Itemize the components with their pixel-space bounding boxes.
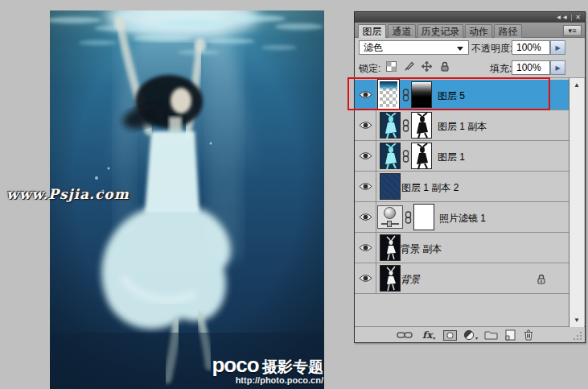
layer-name: 图层 1 副本 — [438, 120, 487, 134]
layer-thumbnail[interactable] — [380, 143, 401, 169]
mask-link-icon[interactable] — [402, 119, 409, 135]
blend-mode-value: 滤色 — [364, 42, 383, 53]
add-layer-mask-icon[interactable] — [443, 329, 457, 341]
lock-position-move-icon[interactable] — [421, 60, 433, 72]
layer-name: 图层 1 — [438, 151, 465, 164]
lock-transparency-icon[interactable] — [385, 60, 397, 72]
layer-row-background[interactable]: 背景 — [355, 263, 569, 294]
fill-label: 填充: — [490, 62, 512, 76]
layer-thumbnail[interactable] — [380, 265, 401, 292]
layers-panel: ◄◄ ✕ 图层 通道 历史记录 动作 路径 ▾≡ 滤色 不透明度: 100% ▶… — [354, 11, 586, 343]
layers-panel-toolbar: fx▾ ▾ — [355, 327, 585, 342]
watermark-text: www.Psjia.com — [6, 186, 130, 202]
new-group-folder-icon[interactable] — [484, 329, 498, 341]
blend-mode-select[interactable]: 滤色 — [359, 40, 469, 55]
layer-thumbnail[interactable] — [380, 112, 401, 139]
layer-name: 照片滤镜 1 — [439, 212, 486, 226]
opacity-input[interactable]: 100% — [512, 40, 550, 55]
scroll-down-icon[interactable]: ▼ — [569, 314, 584, 326]
link-layers-icon[interactable] — [397, 329, 413, 341]
fill-input[interactable]: 100% — [512, 60, 550, 75]
tab-channels[interactable]: 通道 — [388, 24, 416, 38]
layer-row-photo-filter[interactable]: 照片滤镜 1 — [355, 202, 569, 233]
slider-handle — [387, 221, 392, 227]
lock-pixels-brush-icon[interactable] — [403, 60, 415, 72]
layer-thumbnail[interactable] — [380, 173, 401, 200]
photo-filter-lens-icon — [384, 207, 396, 219]
panel-menu-icon[interactable]: ▾≡ — [563, 25, 582, 36]
visibility-eye-icon[interactable] — [355, 110, 376, 140]
tab-history[interactable]: 历史记录 — [417, 24, 463, 38]
visibility-eye-icon[interactable] — [355, 233, 376, 263]
layer-name: 背景 — [401, 273, 420, 287]
lock-row: 锁定: 填充: 100% ▶ — [355, 57, 585, 78]
layer-thumbnail[interactable] — [380, 234, 401, 261]
layer-row-layer5[interactable]: 图层 5 — [355, 80, 569, 110]
opacity-spinner-icon[interactable]: ▶ — [550, 40, 565, 55]
visibility-eye-icon[interactable] — [355, 80, 376, 110]
layer-row-layer1[interactable]: 图层 1 — [355, 141, 569, 172]
fill-spinner-icon[interactable]: ▶ — [550, 60, 565, 75]
tab-actions[interactable]: 动作 — [465, 24, 492, 38]
layer-style-fx-icon[interactable]: fx▾ — [422, 329, 435, 341]
layer-name: 图层 5 — [438, 89, 465, 103]
layer-name: 背景 副本 — [401, 242, 442, 256]
lock-all-icon[interactable] — [438, 60, 450, 72]
close-panel-icon[interactable]: ✕ — [575, 14, 581, 21]
thumbnail-blue-gradient — [380, 81, 397, 90]
poco-logo-suffix: 摄影专题 — [262, 358, 323, 375]
new-adjustment-layer-icon[interactable]: ▾ — [463, 329, 478, 341]
adjustment-layer-icon[interactable] — [377, 205, 403, 229]
layer-row-layer1-copy[interactable]: 图层 1 副本 — [355, 110, 569, 141]
layer-row-layer1-copy2[interactable]: 图层 1 副本 2 — [355, 172, 569, 202]
layer-mask-thumbnail[interactable] — [413, 204, 434, 230]
workspace: www.Psjia.com poco 摄影专题 http://photo.poc… — [0, 0, 588, 389]
layer-thumbnail[interactable] — [378, 80, 399, 109]
layer-mask-thumbnail[interactable] — [411, 112, 432, 139]
layer-name: 图层 1 副本 2 — [401, 181, 458, 195]
tab-layers[interactable]: 图层 — [358, 24, 386, 38]
visibility-eye-icon[interactable] — [355, 141, 376, 171]
delete-layer-trash-icon[interactable] — [524, 329, 533, 341]
panel-resize-grip[interactable] — [573, 329, 582, 344]
layer-lock-icon — [537, 273, 546, 288]
photo-credit-url: http://photo.poco.cn/ — [193, 376, 323, 385]
chevron-down-icon — [457, 47, 463, 51]
photo-credit: poco 摄影专题 http://photo.poco.cn/ — [193, 354, 323, 385]
collapse-panel-icon[interactable]: ◄◄ — [555, 14, 568, 21]
blend-mode-row: 滤色 不透明度: 100% ▶ — [355, 38, 585, 57]
panel-tab-bar: 图层 通道 历史记录 动作 路径 ▾≡ — [355, 23, 585, 38]
layer-mask-thumbnail[interactable] — [411, 81, 432, 108]
opacity-label: 不透明度: — [471, 42, 512, 56]
layer-row-background-copy[interactable]: 背景 副本 — [355, 233, 569, 263]
mask-link-icon[interactable] — [402, 150, 409, 166]
poco-logo: poco — [212, 353, 258, 377]
scroll-up-icon[interactable]: ▲ — [569, 79, 584, 91]
mask-link-icon[interactable] — [402, 89, 409, 105]
titlebar-divider — [571, 14, 572, 21]
layer-mask-thumbnail[interactable] — [411, 143, 432, 169]
visibility-eye-icon[interactable] — [355, 263, 376, 293]
panel-titlebar: ◄◄ ✕ — [355, 12, 585, 23]
tab-paths[interactable]: 路径 — [494, 24, 522, 38]
lock-label: 锁定: — [359, 62, 380, 76]
layers-list: 图层 5 图层 1 副本 — [355, 78, 585, 327]
visibility-eye-icon[interactable] — [355, 202, 376, 232]
layers-scrollbar[interactable]: ▲ ▼ — [569, 78, 584, 327]
visibility-eye-icon[interactable] — [355, 172, 376, 201]
mask-link-icon[interactable] — [405, 211, 412, 227]
new-layer-icon[interactable] — [504, 329, 516, 341]
